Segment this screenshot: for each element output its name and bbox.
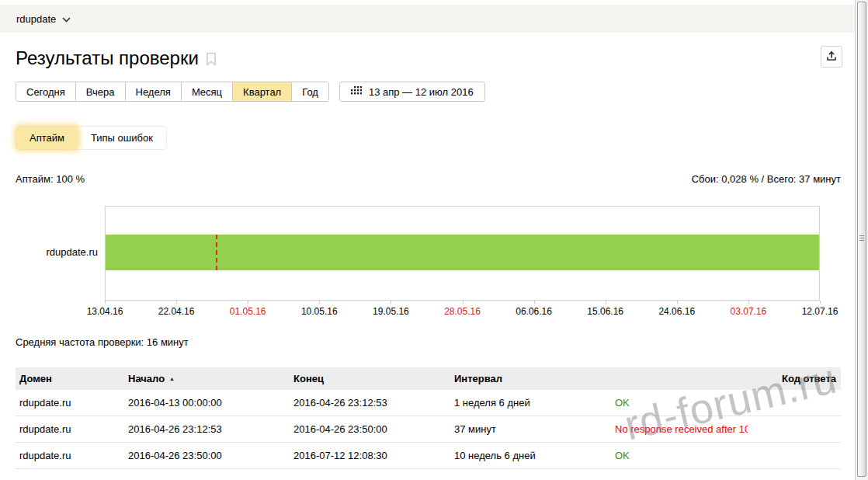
table-row: rdupdate.ru2016-04-26 23:50:002016-07-12…: [16, 443, 841, 469]
top-bar: rdupdate: [0, 5, 855, 33]
cell-interval: 1 неделя 6 дней: [450, 397, 611, 409]
export-button[interactable]: [821, 46, 842, 68]
x-tick-mark-6: [534, 301, 535, 304]
x-tick-label-7: 15.06.16: [587, 306, 623, 317]
period-button-5[interactable]: Год: [291, 82, 328, 101]
x-tick-label-10: 12.07.16: [802, 306, 838, 317]
vertical-scrollbar[interactable]: [855, 0, 868, 480]
table-header-label: Конец: [293, 373, 324, 384]
cell-end: 2016-04-26 23:12:53: [290, 397, 450, 409]
chart-plot-area: [105, 206, 820, 301]
table-header-cell-2[interactable]: Конец: [290, 373, 450, 384]
cell-end: 2016-07-12 12:08:30: [290, 450, 450, 461]
period-button-0[interactable]: Сегодня: [16, 82, 75, 101]
cell-status: OK: [611, 450, 748, 461]
x-tick-label-8: 24.06.16: [658, 306, 695, 317]
project-name: rdupdate: [16, 13, 56, 25]
table-header-row: ДоменНачало▲КонецИнтервалКод ответа: [16, 367, 841, 390]
table-header-cell-0[interactable]: Домен: [16, 373, 124, 384]
uptime-summary: Аптайм: 100 %: [16, 173, 85, 185]
period-button-2[interactable]: Неделя: [125, 82, 181, 101]
x-tick-mark-9: [748, 301, 749, 304]
page-title: Результаты проверки: [16, 47, 199, 69]
cell-domain: rdupdate.ru: [16, 450, 124, 461]
x-tick-mark-7: [606, 301, 606, 304]
tab-0[interactable]: Аптайм: [16, 127, 78, 149]
x-tick-mark-1: [176, 301, 177, 304]
x-tick-mark-4: [391, 301, 391, 304]
bookmark-icon[interactable]: [206, 52, 217, 68]
table-body: rdupdate.ru2016-04-13 00:00:002016-04-26…: [16, 390, 841, 469]
tab-1[interactable]: Типы ошибок: [78, 127, 166, 149]
table-header-label: Интервал: [454, 373, 502, 384]
uptime-bar: [106, 235, 819, 270]
period-button-1[interactable]: Вчера: [75, 82, 125, 101]
x-tick-mark-10: [820, 301, 821, 304]
cell-domain: rdupdate.ru: [16, 397, 124, 409]
x-tick-label-5: 28.05.16: [444, 306, 481, 317]
cell-start: 2016-04-26 23:12:53: [124, 423, 290, 435]
table-header-cell-5[interactable]: Код ответа: [748, 373, 841, 384]
checks-table: ДоменНачало▲КонецИнтервалКод ответа rdup…: [16, 367, 841, 469]
scrollbar-grip-icon: [859, 235, 864, 242]
cell-domain: rdupdate.ru: [16, 423, 124, 435]
table-row: rdupdate.ru2016-04-13 00:00:002016-04-26…: [16, 390, 841, 416]
x-axis: 13.04.1622.04.1601.05.1610.05.1619.05.16…: [105, 301, 820, 319]
scrollbar-thumb[interactable]: [857, 2, 866, 477]
avg-check-frequency: Средняя частота проверки: 16 минут: [16, 336, 841, 348]
project-selector[interactable]: rdupdate: [16, 12, 71, 25]
x-tick-label-1: 22.04.16: [158, 306, 195, 317]
date-range-button[interactable]: 13 апр — 12 июл 2016: [339, 82, 485, 102]
x-tick-label-3: 10.05.16: [301, 306, 338, 317]
x-tick-label-2: 01.05.16: [230, 306, 266, 317]
failure-marker: [216, 235, 217, 270]
x-tick-label-0: 13.04.16: [87, 306, 123, 317]
tab-bar: АптаймТипы ошибок: [16, 126, 167, 150]
x-tick-mark-0: [105, 301, 106, 304]
cell-end: 2016-04-26 23:50:00: [290, 423, 450, 435]
uptime-chart: rdupdate.ru 13.04.1622.04.1601.05.1610.0…: [16, 206, 841, 319]
chevron-down-icon: [62, 13, 71, 25]
period-button-3[interactable]: Месяц: [181, 82, 232, 101]
chart-row-label: rdupdate.ru: [16, 234, 98, 270]
cell-status: No response received after 10 s: [611, 423, 748, 435]
cell-start: 2016-04-26 23:50:00: [124, 450, 290, 461]
table-header-label: Начало: [128, 373, 165, 384]
export-icon: [825, 50, 838, 64]
x-tick-mark-2: [248, 301, 248, 304]
table-header-cell-3[interactable]: Интервал: [450, 373, 611, 384]
x-tick-mark-3: [319, 301, 320, 304]
cell-interval: 10 недель 6 дней: [450, 450, 611, 461]
table-header-label: Код ответа: [782, 373, 836, 384]
x-tick-mark-8: [677, 301, 678, 304]
cell-interval: 37 минут: [450, 423, 611, 435]
sort-asc-icon: ▲: [169, 376, 175, 381]
table-row: rdupdate.ru2016-04-26 23:12:532016-04-26…: [16, 416, 841, 443]
date-range-label: 13 апр — 12 июл 2016: [369, 86, 474, 98]
x-tick-label-4: 19.05.16: [373, 306, 409, 317]
cell-start: 2016-04-13 00:00:00: [124, 397, 290, 409]
x-tick-label-9: 03.07.16: [731, 306, 767, 317]
table-header-cell-1[interactable]: Начало▲: [124, 373, 290, 384]
cell-status: OK: [611, 397, 748, 409]
main-content: Результаты проверки СегодняВчераНеделяМе…: [0, 47, 855, 469]
x-tick-label-6: 06.06.16: [516, 306, 552, 317]
calendar-icon: [351, 86, 362, 98]
period-button-group: СегодняВчераНеделяМесяцКварталГод: [16, 82, 329, 102]
failures-summary: Сбои: 0,028 % / Всего: 37 минут: [692, 173, 841, 185]
table-header-label: Домен: [19, 373, 52, 384]
period-button-4[interactable]: Квартал: [232, 82, 291, 101]
x-tick-mark-5: [463, 301, 464, 304]
